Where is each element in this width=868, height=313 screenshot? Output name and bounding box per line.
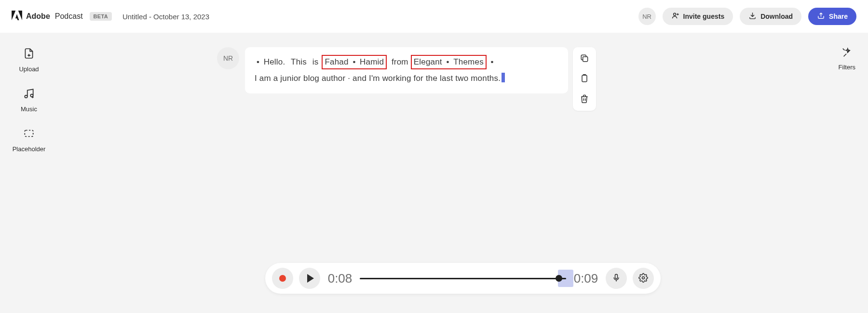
play-button[interactable] bbox=[299, 268, 320, 289]
pause-dot-icon: • bbox=[257, 57, 259, 66]
word[interactable]: Themes bbox=[453, 57, 484, 66]
header-actions: NR Invite guests Download Share bbox=[638, 8, 856, 25]
main-area: Upload Music Placeholder NR • Hello. Thi… bbox=[0, 33, 868, 313]
brand[interactable]: Adobe Podcast BETA bbox=[12, 11, 112, 22]
timeline-line bbox=[360, 278, 566, 279]
person-add-icon bbox=[671, 12, 679, 21]
transcript-card[interactable]: • Hello. This is Fahad • Hamid from Eleg… bbox=[245, 47, 568, 93]
sidebar-item-placeholder[interactable]: Placeholder bbox=[13, 127, 46, 153]
download-label: Download bbox=[760, 13, 793, 20]
record-button[interactable] bbox=[272, 268, 293, 289]
share-label: Share bbox=[829, 13, 848, 20]
transcript-line2-text[interactable]: I am a junior blog author · and I'm work… bbox=[255, 74, 501, 83]
sidebar-item-filters[interactable]: Filters bbox=[839, 47, 855, 71]
record-icon bbox=[279, 275, 286, 282]
word[interactable]: from bbox=[392, 57, 408, 66]
upload-icon bbox=[23, 47, 35, 62]
highlight-box-2[interactable]: Elegant • Themes bbox=[411, 55, 487, 69]
share-icon bbox=[817, 12, 825, 21]
transcript-tools bbox=[573, 47, 596, 111]
beta-badge: BETA bbox=[90, 12, 112, 21]
sidebar-label-music: Music bbox=[21, 105, 37, 113]
svg-point-1 bbox=[25, 95, 27, 98]
music-icon bbox=[23, 87, 35, 102]
sidebar-item-upload[interactable]: Upload bbox=[19, 47, 39, 73]
svg-rect-3 bbox=[25, 130, 33, 137]
svg-rect-5 bbox=[582, 75, 587, 81]
time-total: 0:09 bbox=[572, 271, 600, 286]
svg-point-7 bbox=[642, 276, 645, 279]
gear-icon bbox=[638, 273, 648, 284]
transcript-block: NR • Hello. This is Fahad • Hamid from E… bbox=[217, 47, 568, 93]
word[interactable]: Elegant bbox=[414, 57, 442, 66]
text-caret bbox=[502, 73, 505, 82]
player-bar: 0:08 0:09 bbox=[265, 263, 661, 294]
settings-button[interactable] bbox=[633, 268, 654, 289]
invite-guests-button[interactable]: Invite guests bbox=[663, 8, 733, 25]
brand-sub: Podcast bbox=[55, 12, 83, 21]
placeholder-icon bbox=[23, 127, 35, 142]
speaker-avatar[interactable]: NR bbox=[217, 47, 239, 69]
word[interactable]: This bbox=[291, 57, 307, 66]
sidebar-item-music[interactable]: Music bbox=[21, 87, 37, 113]
time-current: 0:08 bbox=[326, 271, 354, 286]
share-button[interactable]: Share bbox=[808, 8, 856, 25]
copy-button[interactable] bbox=[579, 53, 590, 65]
highlight-box-1[interactable]: Fahad • Hamid bbox=[322, 55, 387, 69]
clipboard-button[interactable] bbox=[579, 73, 590, 85]
svg-rect-4 bbox=[583, 56, 588, 61]
word[interactable]: Hello. bbox=[264, 57, 285, 66]
timeline-track[interactable] bbox=[360, 271, 566, 286]
svg-rect-6 bbox=[615, 274, 618, 278]
microphone-icon bbox=[611, 273, 621, 284]
timeline-playhead[interactable] bbox=[556, 275, 562, 282]
download-icon bbox=[748, 12, 757, 21]
trash-icon bbox=[580, 94, 589, 105]
pause-dot-icon: • bbox=[447, 57, 449, 66]
svg-point-0 bbox=[673, 13, 676, 15]
word[interactable]: Hamid bbox=[360, 57, 384, 66]
sidebar-label-placeholder: Placeholder bbox=[13, 145, 46, 153]
invite-label: Invite guests bbox=[683, 13, 725, 20]
filters-label: Filters bbox=[839, 64, 855, 71]
mic-button[interactable] bbox=[606, 268, 627, 289]
pause-dot-icon: • bbox=[491, 57, 494, 66]
copy-icon bbox=[580, 53, 589, 65]
transcript-line-1[interactable]: • Hello. This is Fahad • Hamid from Eleg… bbox=[255, 54, 558, 70]
download-button[interactable]: Download bbox=[740, 8, 801, 25]
content-area: NR • Hello. This is Fahad • Hamid from E… bbox=[58, 33, 868, 313]
app-header: Adobe Podcast BETA Untitled - October 13… bbox=[0, 0, 868, 33]
brand-main: Adobe bbox=[26, 12, 50, 21]
word[interactable]: is bbox=[312, 57, 319, 66]
left-sidebar: Upload Music Placeholder bbox=[0, 33, 58, 313]
adobe-logo-icon bbox=[12, 11, 22, 22]
delete-button[interactable] bbox=[579, 93, 590, 105]
play-icon bbox=[307, 274, 314, 283]
document-title[interactable]: Untitled - October 13, 2023 bbox=[122, 13, 209, 21]
filters-icon bbox=[841, 47, 852, 60]
clipboard-icon bbox=[580, 74, 589, 85]
word[interactable]: Fahad bbox=[325, 57, 348, 66]
transcript-line-2[interactable]: I am a junior blog author · and I'm work… bbox=[255, 70, 558, 87]
pause-dot-icon: • bbox=[353, 57, 355, 66]
sidebar-label-upload: Upload bbox=[19, 65, 39, 73]
user-avatar[interactable]: NR bbox=[638, 8, 656, 25]
